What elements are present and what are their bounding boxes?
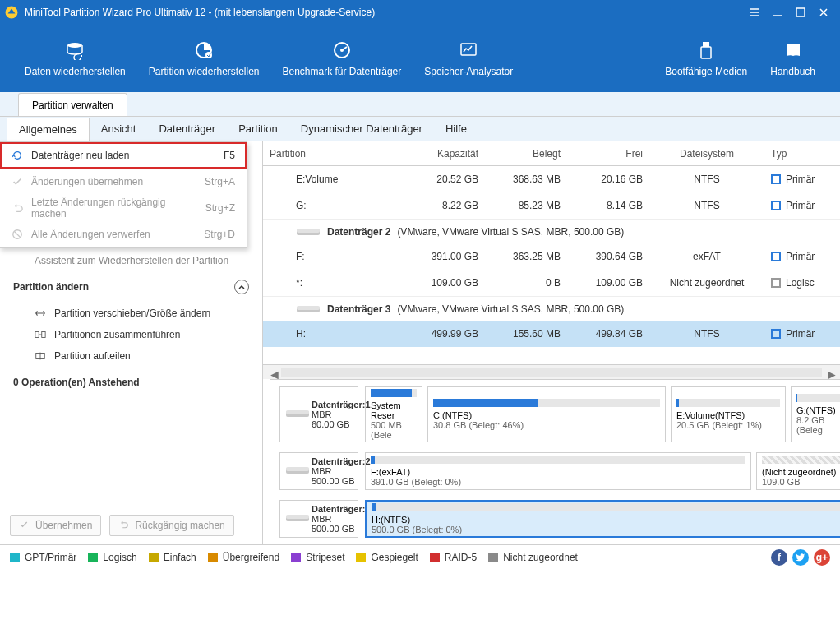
svg-rect-11 bbox=[35, 332, 39, 338]
chevron-up-icon bbox=[234, 280, 249, 294]
diskmap-partition[interactable]: G:(NTFS)8.2 GB (Beleg bbox=[791, 386, 840, 442]
diskmap-partition[interactable]: C:(NTFS)30.8 GB (Belegt: 46%) bbox=[427, 386, 666, 442]
menu-button[interactable] bbox=[743, 1, 766, 24]
undo-button[interactable]: Rückgängig machen bbox=[109, 515, 233, 536]
col-capacity[interactable]: Kapazität bbox=[403, 141, 485, 165]
twitter-icon[interactable] bbox=[792, 549, 809, 566]
diskmap-partition[interactable]: (Nicht zugeordnet)109.0 GB bbox=[756, 452, 840, 490]
scroll-right-icon[interactable]: ► bbox=[825, 368, 835, 377]
col-free[interactable]: Frei bbox=[567, 141, 649, 165]
diskmap-partition[interactable]: E:Volume(NTFS)20.5 GB (Belegt: 1%) bbox=[671, 386, 786, 442]
menu-general[interactable]: Allgemeines bbox=[7, 118, 90, 141]
googleplus-icon[interactable]: g+ bbox=[814, 549, 830, 566]
toolbar-label: Speicher-Analysator bbox=[424, 66, 513, 77]
disk-icon bbox=[285, 408, 305, 421]
dropdown-label: Änderungen übernehmen bbox=[31, 176, 196, 187]
sidebar-wizard-item[interactable]: Assistent zum Wiederherstellen der Parti… bbox=[0, 250, 262, 271]
recover-data-button[interactable]: Daten wiederherstellen bbox=[13, 33, 137, 84]
dropdown-undo-last[interactable]: Letzte Änderungen rückgängig machen Strg… bbox=[0, 195, 247, 221]
menu-disk[interactable]: Datenträger bbox=[147, 118, 227, 140]
app-logo-icon bbox=[3, 4, 20, 21]
menu-partition[interactable]: Partition bbox=[227, 118, 289, 140]
svg-rect-9 bbox=[701, 47, 711, 58]
sidebar: Datenträger neu laden F5 Änderungen über… bbox=[0, 141, 263, 544]
dropdown-apply-changes[interactable]: Änderungen übernehmen Strg+A bbox=[0, 169, 247, 195]
table-row[interactable]: E:Volume20.52 GB368.63 MB20.16 GBNTFSPri… bbox=[263, 166, 840, 192]
diskmap-label[interactable]: Datenträger:1MBR60.00 GB bbox=[279, 386, 358, 442]
diskmap-partition[interactable]: F:(exFAT)391.0 GB (Belegt: 0%) bbox=[365, 452, 751, 490]
table-body: E:Volume20.52 GB368.63 MB20.16 GBNTFSPri… bbox=[263, 166, 840, 364]
svg-point-2 bbox=[67, 43, 82, 48]
diskmap-partition[interactable]: H:(NTFS)500.0 GB (Belegt: 0%) bbox=[365, 500, 840, 538]
scroll-track[interactable] bbox=[281, 368, 822, 377]
benchmark-button[interactable]: Benchmark für Datenträger bbox=[271, 33, 413, 84]
button-label: Übernehmen bbox=[35, 520, 92, 531]
check-icon bbox=[19, 520, 30, 531]
toolbar-label: Benchmark für Datenträger bbox=[283, 66, 402, 77]
col-type[interactable]: Typ bbox=[764, 141, 840, 165]
legend-spanned: Übergreifend bbox=[208, 552, 279, 563]
partition-table-area: Partition Kapazität Belegt Frei Dateisys… bbox=[263, 141, 840, 544]
sidebar-group-label: Partition ändern bbox=[13, 281, 89, 293]
disk-3-header[interactable]: Datenträger 3 (VMware, VMware Virtual S … bbox=[263, 296, 840, 321]
toolbar-label: Partition wiederherstellen bbox=[149, 66, 260, 77]
usb-icon bbox=[695, 39, 718, 61]
scroll-left-icon[interactable]: ◄ bbox=[268, 368, 278, 377]
menu-view[interactable]: Ansicht bbox=[90, 118, 148, 140]
split-icon bbox=[35, 350, 46, 362]
title-bar: MiniTool Partition Wizard Pro Ultimativ … bbox=[0, 0, 840, 25]
recover-partition-button[interactable]: Partition wiederherstellen bbox=[137, 33, 271, 84]
legend-logical: Logisch bbox=[88, 552, 136, 563]
sidebar-merge[interactable]: Partitionen zusammenführen bbox=[0, 324, 262, 345]
diskmap-label[interactable]: Datenträger:3MBR500.00 GB bbox=[279, 500, 358, 538]
table-row[interactable]: G:8.22 GB85.23 MB8.14 GBNTFSPrimär bbox=[263, 192, 840, 219]
dropdown-shortcut: F5 bbox=[224, 150, 235, 161]
sidebar-group-partition-change[interactable]: Partition ändern bbox=[0, 271, 262, 303]
legend-footer: GPT/Primär Logisch Einfach Übergreifend … bbox=[0, 544, 840, 569]
disk-icon bbox=[285, 512, 305, 525]
space-analyzer-button[interactable]: Speicher-Analysator bbox=[413, 33, 524, 84]
legend-unalloc: Nicht zugeordnet bbox=[488, 552, 578, 563]
disk-2-header[interactable]: Datenträger 2 (VMware, VMware Virtual S … bbox=[263, 219, 840, 243]
dropdown-label: Datenträger neu laden bbox=[31, 150, 215, 161]
col-filesystem[interactable]: Dateisystem bbox=[649, 141, 764, 165]
table-row[interactable]: *:109.00 GB0 B109.00 GBNicht zugeordnetL… bbox=[263, 270, 840, 296]
minimize-button[interactable] bbox=[766, 1, 789, 24]
table-row[interactable]: H:499.99 GB155.60 MB499.84 GBNTFSPrimär bbox=[263, 321, 840, 347]
table-row[interactable]: F:391.00 GB363.25 MB390.64 GBexFATPrimär bbox=[263, 243, 840, 270]
sidebar-split[interactable]: Partition aufteilen bbox=[0, 345, 262, 367]
col-used[interactable]: Belegt bbox=[485, 141, 567, 165]
tab-label: Partition verwalten bbox=[32, 99, 113, 111]
recover-partition-icon bbox=[192, 39, 215, 61]
dropdown-reload-disk[interactable]: Datenträger neu laden F5 bbox=[0, 142, 247, 169]
menu-dynamic[interactable]: Dynamischer Datenträger bbox=[289, 118, 434, 140]
diskmap-partition[interactable]: System Reser500 MB (Bele bbox=[365, 386, 422, 442]
facebook-icon[interactable]: f bbox=[771, 549, 787, 566]
svg-rect-1 bbox=[796, 8, 805, 16]
horizontal-scrollbar[interactable]: ◄ ► bbox=[263, 364, 840, 379]
bootable-media-button[interactable]: Bootfähige Medien bbox=[653, 33, 759, 84]
dropdown-label: Alle Änderungen verwerfen bbox=[31, 229, 196, 240]
menu-help[interactable]: Hilfe bbox=[434, 118, 478, 140]
discard-icon bbox=[12, 229, 23, 240]
social-links: f g+ bbox=[771, 549, 830, 566]
col-partition[interactable]: Partition bbox=[263, 141, 403, 165]
pending-operations: 0 Operation(en) Anstehend bbox=[0, 367, 262, 398]
general-dropdown: Datenträger neu laden F5 Änderungen über… bbox=[0, 141, 247, 248]
disk-icon bbox=[285, 465, 305, 478]
undo-icon bbox=[12, 202, 23, 214]
tab-manage-partition[interactable]: Partition verwalten bbox=[18, 93, 127, 116]
dropdown-discard-all[interactable]: Alle Änderungen verwerfen Strg+D bbox=[0, 221, 247, 247]
svg-rect-15 bbox=[297, 229, 320, 233]
apply-button[interactable]: Übernehmen bbox=[10, 515, 101, 536]
resize-icon bbox=[35, 308, 46, 319]
dropdown-shortcut: Strg+D bbox=[204, 229, 235, 240]
sidebar-item-label: Partition verschieben/Größe ändern bbox=[54, 308, 210, 319]
sidebar-move-resize[interactable]: Partition verschieben/Größe ändern bbox=[0, 303, 262, 324]
undo-icon bbox=[118, 520, 130, 531]
diskmap-label[interactable]: Datenträger:2MBR500.00 GB bbox=[279, 452, 358, 490]
maximize-button[interactable] bbox=[789, 1, 812, 24]
manual-button[interactable]: Handbuch bbox=[759, 33, 827, 84]
toolbar-label: Daten wiederherstellen bbox=[25, 66, 126, 77]
close-button[interactable] bbox=[812, 1, 835, 24]
